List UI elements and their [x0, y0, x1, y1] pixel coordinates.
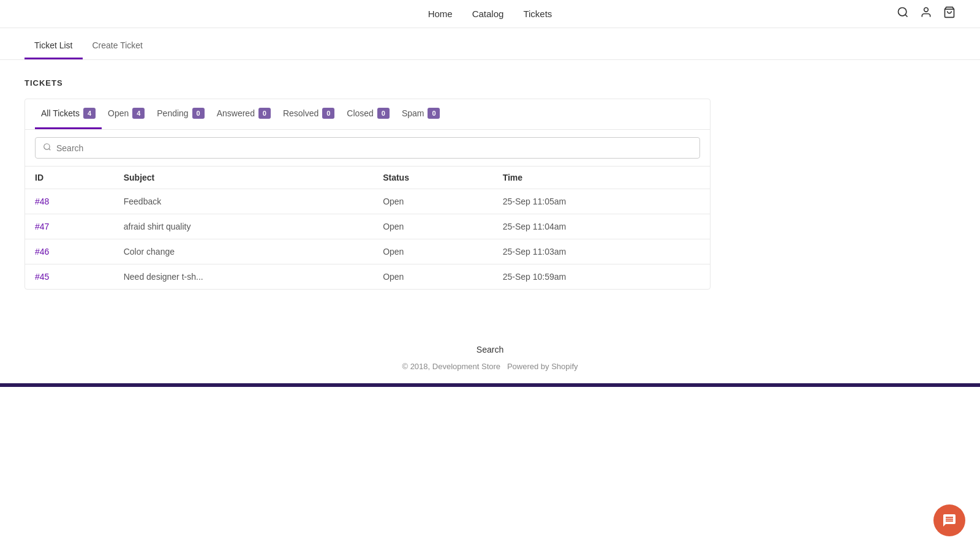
nav-tickets[interactable]: Tickets	[523, 9, 552, 19]
filter-all-tickets-badge: 4	[83, 108, 96, 119]
filter-resolved-label: Resolved	[283, 108, 318, 118]
ticket-subject: Feedback	[114, 189, 373, 214]
ticket-table: ID Subject Status Time #48 Feedback Open…	[25, 166, 710, 289]
ticket-id-link[interactable]: #46	[35, 247, 49, 257]
header-icons	[897, 6, 956, 21]
footer-copyright: © 2018, Development Store Powered by Sho…	[0, 362, 980, 371]
filter-all-tickets-label: All Tickets	[41, 108, 80, 118]
filter-answered-badge: 0	[258, 108, 271, 119]
ticket-subject: Color change	[114, 239, 373, 264]
ticket-time: 25-Sep 11:03am	[493, 239, 710, 264]
cart-icon[interactable]	[943, 6, 956, 21]
filter-open[interactable]: Open 4	[102, 99, 151, 129]
nav-catalog[interactable]: Catalog	[472, 9, 504, 19]
filter-pending[interactable]: Pending 0	[151, 99, 210, 129]
table-row: #47 afraid shirt quality Open 25-Sep 11:…	[25, 214, 710, 239]
search-bar	[35, 137, 700, 159]
bottom-bar	[0, 383, 980, 387]
filter-pending-badge: 0	[192, 108, 205, 119]
filter-resolved-badge: 0	[322, 108, 334, 119]
filter-closed-badge: 0	[377, 108, 390, 119]
ticket-time: 25-Sep 10:59am	[493, 264, 710, 290]
filter-resolved[interactable]: Resolved 0	[277, 99, 341, 129]
page-tabs: Ticket List Create Ticket	[0, 33, 980, 60]
section-title: TICKETS	[24, 78, 710, 88]
ticket-status: Open	[373, 189, 493, 214]
table-row: #48 Feedback Open 25-Sep 11:05am	[25, 189, 710, 214]
search-input[interactable]	[56, 143, 692, 153]
filter-spam-label: Spam	[402, 108, 424, 118]
ticket-subject: afraid shirt quality	[114, 214, 373, 239]
filter-spam-badge: 0	[428, 108, 440, 119]
ticket-subject: Need designer t-sh...	[114, 264, 373, 290]
nav-home[interactable]: Home	[428, 9, 453, 19]
svg-line-1	[905, 15, 908, 17]
svg-point-4	[44, 144, 50, 149]
filter-open-badge: 4	[132, 108, 145, 119]
filter-spam[interactable]: Spam 0	[396, 99, 447, 129]
ticket-id-link[interactable]: #45	[35, 272, 49, 282]
ticket-status: Open	[373, 264, 493, 290]
table-row: #46 Color change Open 25-Sep 11:03am	[25, 239, 710, 264]
ticket-id-link[interactable]: #47	[35, 222, 49, 231]
ticket-status: Open	[373, 214, 493, 239]
search-icon-inline	[43, 143, 51, 153]
svg-point-2	[924, 8, 929, 12]
filter-closed-label: Closed	[347, 108, 374, 118]
table-row: #45 Need designer t-sh... Open 25-Sep 10…	[25, 264, 710, 290]
svg-point-0	[899, 8, 907, 16]
table-header-row: ID Subject Status Time	[25, 167, 710, 189]
filter-tabs: All Tickets 4 Open 4 Pending 0 Answered …	[25, 99, 710, 130]
svg-line-5	[49, 149, 51, 151]
tab-ticket-list[interactable]: Ticket List	[24, 33, 83, 59]
search-icon[interactable]	[897, 6, 909, 21]
filter-pending-label: Pending	[157, 108, 188, 118]
filter-open-label: Open	[108, 108, 129, 118]
col-status: Status	[373, 167, 493, 189]
ticket-id-link[interactable]: #48	[35, 197, 49, 206]
col-time: Time	[493, 167, 710, 189]
user-icon[interactable]	[920, 6, 932, 21]
footer-search-link[interactable]: Search	[477, 345, 503, 354]
ticket-time: 25-Sep 11:05am	[493, 189, 710, 214]
nav: Home Catalog Tickets	[428, 9, 552, 19]
filter-answered[interactable]: Answered 0	[211, 99, 277, 129]
filter-closed[interactable]: Closed 0	[341, 99, 396, 129]
tab-create-ticket[interactable]: Create Ticket	[83, 33, 153, 59]
col-subject: Subject	[114, 167, 373, 189]
main-content: TICKETS All Tickets 4 Open 4 Pending 0 A…	[0, 60, 735, 308]
footer: Search © 2018, Development Store Powered…	[0, 308, 980, 383]
filter-answered-label: Answered	[217, 108, 255, 118]
ticket-time: 25-Sep 11:04am	[493, 214, 710, 239]
ticket-box: All Tickets 4 Open 4 Pending 0 Answered …	[24, 99, 710, 290]
col-id: ID	[25, 167, 114, 189]
header: Home Catalog Tickets	[0, 0, 980, 28]
footer-links: Search	[0, 345, 980, 354]
ticket-status: Open	[373, 239, 493, 264]
filter-all-tickets[interactable]: All Tickets 4	[35, 99, 102, 129]
